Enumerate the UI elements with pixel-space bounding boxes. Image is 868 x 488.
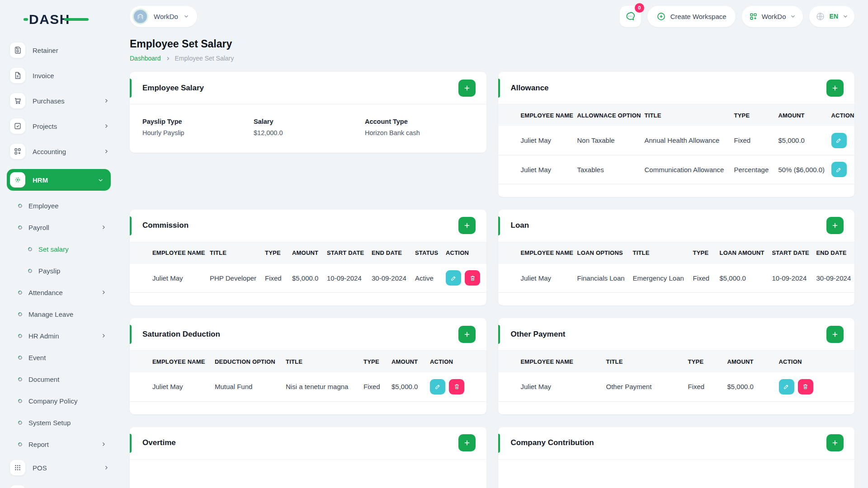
sidebar-item-manage-leave[interactable]: Manage Leave bbox=[10, 308, 109, 320]
pos-grid-icon bbox=[10, 460, 25, 475]
sidebar-item-crm[interactable]: CRM bbox=[10, 485, 109, 488]
column-header: TITLE bbox=[645, 104, 734, 126]
employee-salary-card: Employee Salary Payslip Type Hourly Pays… bbox=[130, 72, 486, 153]
sidebar-item-pos[interactable]: POS bbox=[10, 460, 109, 475]
edit-button[interactable] bbox=[446, 270, 461, 286]
cell: 10-09-2024 bbox=[772, 264, 816, 293]
bullet-icon bbox=[17, 203, 23, 209]
sidebar-item-invoice[interactable]: Invoice bbox=[10, 68, 109, 83]
sidebar-item-event[interactable]: Event bbox=[10, 352, 109, 363]
sidebar-item-hr-admin[interactable]: HR Admin bbox=[10, 330, 109, 342]
sidebar-item-purchases[interactable]: Purchases bbox=[10, 93, 109, 108]
add-saturation-deduction-button[interactable] bbox=[458, 326, 476, 343]
invoice-icon bbox=[10, 68, 25, 83]
card-header: Saturation Deduction bbox=[130, 318, 486, 351]
sidebar-item-retainer[interactable]: Retainer bbox=[10, 42, 109, 58]
column-header: START DATE bbox=[772, 242, 816, 264]
cell: Communication Allowance bbox=[645, 155, 734, 184]
cart-icon bbox=[10, 93, 25, 108]
workspace-name: WorkDo bbox=[154, 13, 178, 20]
plus-circle-icon bbox=[656, 12, 666, 21]
column-header: TITLE bbox=[210, 242, 265, 264]
language-selector[interactable]: EN bbox=[809, 6, 854, 27]
table-row: Juliet May Non Taxable Annual Health All… bbox=[498, 126, 855, 155]
card-header: Allowance bbox=[498, 72, 855, 104]
add-employee-salary-button[interactable] bbox=[458, 80, 476, 97]
chevron-down-icon bbox=[184, 14, 189, 19]
workdo-apps-menu[interactable]: WorkDo bbox=[742, 6, 803, 27]
check-square-icon bbox=[10, 118, 25, 134]
field-payslip-type: Payslip Type Hourly Payslip bbox=[142, 118, 254, 136]
workdo-menu-label: WorkDo bbox=[762, 13, 786, 20]
breadcrumb-dashboard-link[interactable]: Dashboard bbox=[130, 55, 161, 62]
workspace-selector[interactable]: WorkDo bbox=[130, 6, 197, 27]
card-header: Other Payment bbox=[498, 318, 855, 351]
chevron-down-icon bbox=[98, 177, 104, 183]
card-title: Commission bbox=[142, 221, 189, 230]
sidebar-item-label: System Setup bbox=[28, 419, 71, 427]
delete-button[interactable] bbox=[465, 270, 480, 286]
employee-salary-fields: Payslip Type Hourly Payslip Salary $12,0… bbox=[130, 104, 486, 153]
table-header-row: EMPLOYEE NAME TITLE TYPE AMOUNT START DA… bbox=[130, 242, 486, 264]
add-commission-button[interactable] bbox=[458, 217, 476, 234]
edit-button[interactable] bbox=[831, 133, 847, 148]
delete-button[interactable] bbox=[449, 379, 464, 394]
chevron-down-icon bbox=[790, 14, 796, 19]
add-other-payment-button[interactable] bbox=[826, 326, 844, 343]
sidebar-item-projects[interactable]: Projects bbox=[10, 118, 109, 134]
sidebar-item-system-setup[interactable]: System Setup bbox=[10, 417, 109, 428]
sidebar-item-hrm[interactable]: HRM bbox=[7, 169, 111, 191]
other-payment-table: EMPLOYEE NAME TITLE TYPE AMOUNT ACTION J… bbox=[498, 351, 855, 402]
messages-badge: 0 bbox=[635, 3, 644, 13]
sidebar-item-label: Payroll bbox=[28, 224, 49, 231]
logo-accent-dot bbox=[24, 18, 28, 21]
field-value: $12,000.0 bbox=[254, 129, 365, 136]
cell: $5,000.0 bbox=[720, 264, 772, 293]
create-workspace-label: Create Workspace bbox=[670, 13, 726, 20]
sidebar-item-employee[interactable]: Employee bbox=[10, 200, 109, 211]
sidebar-item-set-salary[interactable]: Set salary bbox=[10, 243, 109, 255]
column-header: ACTION bbox=[779, 351, 855, 372]
sidebar-item-company-policy[interactable]: Company Policy bbox=[10, 395, 109, 407]
sidebar-item-document[interactable]: Document bbox=[10, 373, 109, 385]
sidebar-item-label: Document bbox=[28, 375, 59, 383]
add-allowance-button[interactable] bbox=[826, 80, 844, 97]
edit-button[interactable] bbox=[831, 162, 847, 177]
add-loan-button[interactable] bbox=[826, 217, 844, 234]
add-overtime-button[interactable] bbox=[458, 434, 476, 451]
bullet-icon bbox=[17, 376, 23, 382]
commission-table: EMPLOYEE NAME TITLE TYPE AMOUNT START DA… bbox=[130, 242, 486, 293]
cell: $5,000.0 bbox=[778, 126, 831, 155]
sidebar-item-attendance[interactable]: Attendance bbox=[10, 286, 109, 298]
edit-button[interactable] bbox=[779, 379, 794, 394]
create-workspace-button[interactable]: Create Workspace bbox=[647, 6, 736, 27]
sidebar-item-payroll[interactable]: Payroll bbox=[10, 221, 109, 233]
cell: Annual Health Allowance bbox=[645, 126, 734, 155]
cell: Fixed bbox=[688, 372, 727, 401]
messages-button[interactable]: 0 bbox=[620, 6, 641, 27]
table-header-row: EMPLOYEE NAME DEDUCTION OPTION TITLE TYP… bbox=[130, 351, 486, 372]
cell: Taxables bbox=[577, 155, 645, 184]
column-header: TYPE bbox=[693, 242, 720, 264]
column-header: AMOUNT bbox=[727, 351, 779, 372]
bullet-icon bbox=[17, 355, 23, 361]
card-title: Allowance bbox=[511, 84, 549, 93]
sidebar-item-label: Attendance bbox=[28, 289, 63, 296]
add-company-contribution-button[interactable] bbox=[826, 434, 844, 451]
language-code: EN bbox=[830, 13, 838, 20]
sidebar-item-label: Accounting bbox=[33, 148, 66, 155]
edit-button[interactable] bbox=[430, 379, 445, 394]
bullet-icon bbox=[17, 290, 23, 296]
brand-logo[interactable]: DASH bbox=[29, 12, 89, 26]
delete-button[interactable] bbox=[798, 379, 813, 394]
loan-card: Loan EMPLOYEE NAME LOAN OPTIONS TITLE TY… bbox=[498, 210, 855, 306]
sidebar-item-accounting[interactable]: Accounting bbox=[10, 144, 109, 159]
sidebar-item-report[interactable]: Report bbox=[10, 438, 109, 450]
table-row: Juliet May Financials Loan Emergency Loa… bbox=[498, 264, 855, 293]
cell: Fixed bbox=[734, 126, 778, 155]
column-header: ACTION bbox=[831, 104, 855, 126]
cell: 30-09-2024 bbox=[372, 264, 415, 293]
column-header: AMOUNT bbox=[778, 104, 831, 126]
column-header: EMPLOYEE NAME bbox=[498, 242, 577, 264]
sidebar-item-payslip[interactable]: Payslip bbox=[10, 265, 109, 277]
